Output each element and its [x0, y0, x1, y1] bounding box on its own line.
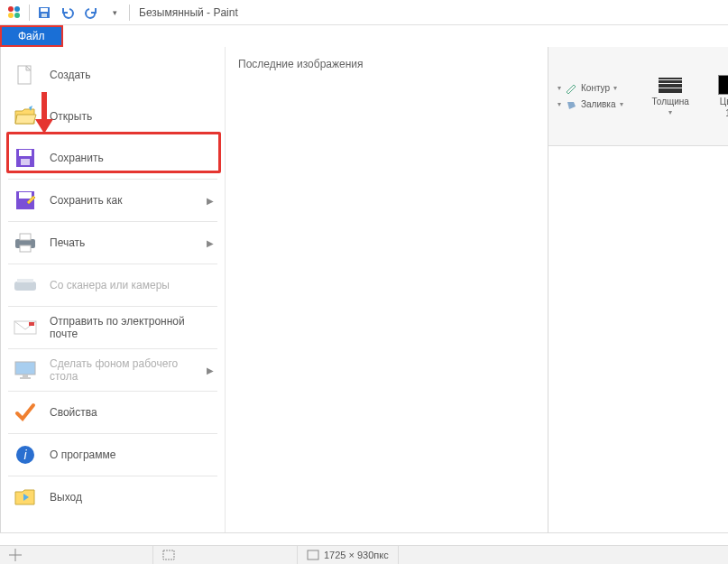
menu-item-exit[interactable]: Выход	[1, 476, 225, 518]
svg-point-1	[14, 6, 20, 12]
svg-rect-10	[21, 159, 30, 165]
svg-rect-20	[15, 362, 35, 374]
ribbon-contour-button[interactable]: ▾ Контур ▾	[558, 83, 623, 94]
crosshair-icon	[9, 549, 22, 561]
status-canvas-size: 1725 × 930пкс	[298, 546, 399, 564]
bucket-icon	[565, 99, 577, 110]
svg-rect-17	[17, 279, 33, 282]
undo-icon[interactable]	[59, 4, 77, 22]
chevron-down-icon: ▾	[613, 84, 617, 92]
svg-point-2	[8, 13, 14, 18]
statusbar: 1725 × 930пкс	[0, 545, 728, 564]
redo-icon[interactable]	[82, 4, 100, 22]
menu-item-label: О программе	[50, 448, 115, 461]
save-as-icon	[12, 187, 39, 214]
status-selection-size	[153, 546, 298, 564]
ribbon-label: Цве	[720, 97, 728, 106]
svg-rect-15	[20, 245, 31, 252]
menu-item-label: Сохранить как	[50, 194, 122, 207]
menu-item-print[interactable]: Печать ▶	[1, 222, 225, 264]
ribbon-label: Толщина	[652, 97, 689, 106]
ribbon-label: Контур	[581, 83, 610, 93]
chevron-down-icon: ▾	[668, 108, 672, 116]
svg-point-3	[14, 13, 20, 18]
menu-item-save[interactable]: Сохранить	[1, 137, 225, 179]
envelope-icon	[12, 314, 39, 341]
file-menu-list: Создать Открыть Сохранить Сохранить	[1, 47, 225, 533]
ribbon-thickness-button[interactable]: Толщина ▾	[652, 77, 689, 116]
menu-item-email[interactable]: Отправить по электронной почте	[1, 307, 225, 348]
menu-item-label: Отправить по электронной почте	[50, 315, 214, 340]
scanner-icon	[12, 272, 39, 299]
svg-rect-12	[19, 192, 32, 199]
recent-images-title: Последние изображения	[238, 58, 535, 70]
status-size-text: 1725 × 930пкс	[324, 550, 389, 560]
app-icon	[5, 4, 23, 22]
thickness-icon	[659, 77, 682, 95]
file-tab[interactable]: Файл	[0, 25, 63, 47]
main-area: Создать Открыть Сохранить Сохранить	[0, 47, 728, 534]
status-cursor-pos	[0, 546, 153, 564]
svg-rect-14	[20, 234, 31, 240]
svg-rect-6	[41, 14, 47, 17]
customize-qat-icon[interactable]: ▾	[106, 4, 124, 22]
pencil-outline-icon	[565, 83, 577, 94]
save-icon[interactable]	[35, 4, 53, 22]
info-icon: i	[12, 441, 39, 468]
menu-item-label: Со сканера или камеры	[50, 279, 170, 291]
selection-rect-icon	[162, 550, 175, 560]
svg-rect-16	[14, 282, 36, 291]
exit-folder-icon	[12, 484, 39, 511]
svg-rect-19	[29, 322, 34, 326]
ribbon-outline-fill-group: ▾ Контур ▾ ▾ Заливка ▾	[558, 83, 623, 110]
separator	[129, 5, 130, 21]
recent-images-panel: Последние изображения	[225, 47, 548, 533]
desktop-icon	[12, 356, 39, 384]
ribbon-color1-button[interactable]: Цве 1	[718, 75, 728, 118]
chevron-right-icon: ▶	[207, 196, 214, 206]
menu-item-saveas[interactable]: Сохранить как ▶	[1, 180, 225, 221]
canvas-area[interactable]	[0, 532, 728, 545]
chevron-right-icon: ▶	[207, 238, 214, 248]
menu-item-label: Создать	[50, 69, 91, 81]
ribbon-tabs: Файл	[0, 25, 728, 47]
open-folder-icon	[12, 103, 39, 130]
chevron-down-icon: ▾	[558, 100, 561, 108]
ribbon-fill-button[interactable]: ▾ Заливка ▾	[558, 99, 623, 110]
menu-item-open[interactable]: Открыть	[1, 96, 225, 137]
new-file-icon	[12, 61, 39, 88]
separator	[29, 5, 30, 21]
file-menu-dropdown: Создать Открыть Сохранить Сохранить	[0, 47, 548, 534]
ribbon-label: Заливка	[581, 99, 616, 109]
svg-rect-21	[23, 374, 28, 377]
chevron-down-icon: ▾	[558, 84, 561, 92]
svg-rect-28	[163, 550, 174, 559]
svg-rect-29	[308, 550, 318, 559]
menu-item-wallpaper[interactable]: Сделать фоном рабочего стола ▶	[1, 349, 225, 391]
menu-item-label: Свойства	[50, 406, 97, 419]
menu-item-label: Открыть	[50, 110, 92, 123]
menu-item-properties[interactable]: Свойства	[1, 392, 225, 433]
svg-point-0	[8, 6, 14, 12]
canvas-size-icon	[307, 550, 319, 560]
svg-rect-9	[19, 150, 32, 156]
svg-rect-22	[20, 377, 31, 379]
menu-item-label: Сделать фоном рабочего стола	[50, 357, 196, 383]
menu-item-label: Выход	[50, 491, 82, 504]
save-disk-icon	[12, 144, 39, 171]
window-title: Безымянный - Paint	[139, 6, 238, 19]
menu-item-create[interactable]: Создать	[1, 54, 225, 96]
menu-item-label: Сохранить	[50, 152, 104, 164]
menu-item-label: Печать	[50, 236, 85, 249]
svg-rect-5	[41, 8, 48, 12]
menu-item-about[interactable]: i О программе	[1, 434, 225, 476]
chevron-right-icon: ▶	[207, 365, 214, 375]
ribbon-fragment: ▾ Контур ▾ ▾ Заливка ▾ Толщина ▾ Цве	[548, 47, 728, 146]
printer-icon	[12, 229, 39, 256]
checkmark-icon	[12, 399, 39, 426]
menu-item-scanner: Со сканера или камеры	[1, 264, 225, 306]
chevron-down-icon: ▾	[620, 100, 623, 108]
titlebar: ▾ Безымянный - Paint	[0, 0, 728, 25]
color-swatch-icon	[718, 75, 728, 95]
